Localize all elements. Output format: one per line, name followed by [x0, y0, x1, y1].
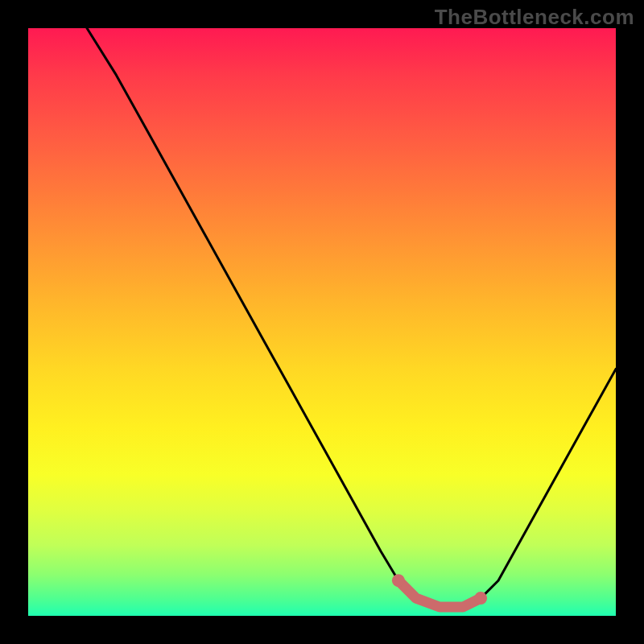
bottleneck-curve: [87, 28, 616, 607]
optimal-zone-start-dot: [392, 574, 405, 587]
plot-area: [28, 28, 616, 616]
optimal-zone-marker: [398, 580, 481, 607]
chart-container: TheBottleneck.com: [0, 0, 644, 644]
optimal-zone-end-dot: [474, 592, 487, 605]
curve-layer: [28, 28, 616, 616]
watermark-text: TheBottleneck.com: [435, 5, 634, 30]
